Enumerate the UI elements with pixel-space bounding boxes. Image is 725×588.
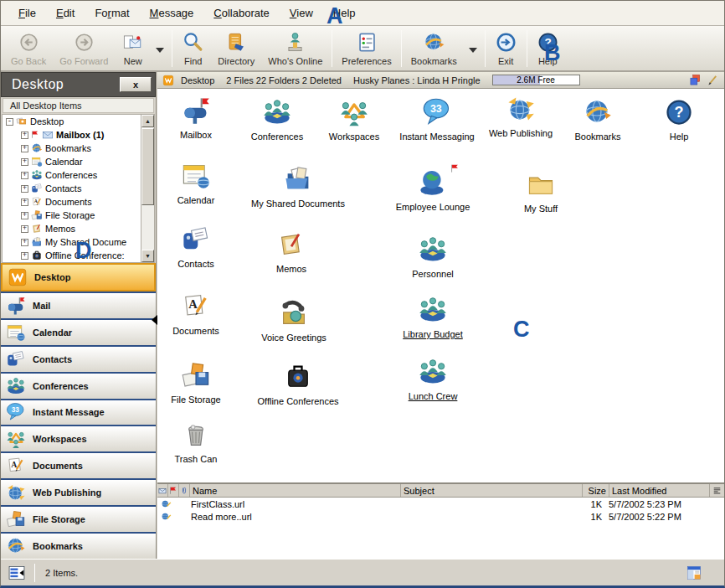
sidebar-item-bookmarks[interactable]: Bookmarks	[1, 532, 156, 559]
dropdown-arrow-icon[interactable]	[464, 28, 482, 70]
tree-item-mailbox-1-[interactable]: +Mailbox (1)	[3, 128, 154, 142]
desktop-icon-employee-lounge[interactable]: Employee Lounge	[384, 168, 481, 212]
exit-button[interactable]: Exit	[488, 28, 524, 70]
desktop-icon-contacts[interactable]: Contacts	[157, 224, 244, 269]
webpub-icon	[506, 94, 536, 124]
sidebar-item-calendar[interactable]: Calendar	[1, 318, 156, 345]
expand-box-icon[interactable]: +	[21, 132, 28, 139]
sidebar-item-file-storage[interactable]: File Storage	[1, 505, 156, 532]
new-button[interactable]: New	[115, 28, 151, 70]
sidebar-item-web-publishing[interactable]: Web Publishing	[1, 478, 156, 505]
column-header-modified[interactable]: Last Modified	[609, 484, 710, 497]
contacts-icon	[6, 349, 26, 369]
desktop-icon-library-budget[interactable]: Library Budget	[384, 295, 481, 339]
desktop-icon-lunch-crew[interactable]: Lunch Crew	[384, 357, 481, 401]
sidebar-item-mail[interactable]: Mail	[1, 291, 156, 318]
expand-box-icon[interactable]: +	[21, 212, 28, 219]
tree-item-contacts[interactable]: +Contacts	[3, 182, 154, 195]
expand-box-icon[interactable]: +	[21, 239, 28, 246]
urlfile-icon	[161, 498, 172, 509]
column-menu-icon[interactable]	[710, 484, 724, 497]
expand-box-icon[interactable]: +	[21, 158, 28, 166]
tree-item-documents[interactable]: +ADocuments	[3, 195, 154, 209]
desktop-icon-help[interactable]: ?Help	[630, 97, 724, 142]
expand-box-icon[interactable]: +	[21, 185, 28, 193]
bookmarks-button[interactable]: Bookmarks	[404, 28, 464, 70]
menu-view[interactable]: View	[280, 3, 322, 23]
envelope-column-icon[interactable]	[157, 484, 168, 497]
scrollbar-thumb[interactable]	[141, 128, 154, 205]
desktop-icon-documents[interactable]: ADocuments	[157, 291, 244, 336]
column-header-size[interactable]: Size	[583, 484, 609, 497]
attachment-column-icon[interactable]	[179, 484, 190, 497]
menu-message[interactable]: Message	[141, 3, 203, 23]
tree-item-file-storage[interactable]: +File Storage	[3, 209, 154, 222]
go-forward-button[interactable]: Go Forward	[53, 28, 115, 70]
tree-item-conferences[interactable]: +Conferences	[3, 168, 154, 182]
mailbox-icon	[6, 296, 26, 316]
preferences-button[interactable]: Preferences	[335, 28, 398, 70]
sidebar-collapse-handle[interactable]	[152, 315, 157, 325]
tree-item-calendar[interactable]: +Calendar	[3, 155, 154, 168]
expand-box-icon[interactable]: +	[21, 225, 28, 233]
file-size: 1K	[575, 499, 602, 509]
collapse-box-icon[interactable]: -	[6, 118, 13, 126]
desktop-icon-calendar[interactable]: Calendar	[157, 161, 244, 205]
desktop-icon-instant-messaging[interactable]: 33Instant Messaging	[388, 97, 486, 142]
expand-box-icon[interactable]: +	[21, 172, 28, 179]
desktop-icon-my-stuff[interactable]: My Stuff	[492, 169, 589, 214]
go-back-button[interactable]: Go Back	[4, 28, 53, 70]
colclip-icon	[180, 487, 188, 495]
content-area: Desktop x All Desktop Items -Desktop+Mai…	[1, 72, 724, 559]
sidebar-item-desktop[interactable]: Desktop	[1, 263, 156, 291]
column-header-subject[interactable]: Subject	[401, 484, 583, 497]
menu-collaborate[interactable]: Collaborate	[204, 3, 279, 23]
expand-box-icon[interactable]: +	[21, 145, 28, 152]
menu-format[interactable]: Format	[85, 3, 138, 23]
desktop-icon-voice-greetings[interactable]: Voice Greetings	[245, 298, 342, 343]
flag-column-icon[interactable]	[168, 484, 179, 497]
flag-icon	[450, 164, 460, 173]
directory-button[interactable]: Directory	[211, 28, 261, 70]
desktop-icon-personnel[interactable]: Personnel	[384, 235, 481, 279]
people-icon	[262, 97, 292, 127]
edit-pencil-icon[interactable]	[707, 74, 719, 86]
tree-item-desktop[interactable]: -Desktop	[3, 115, 154, 128]
scroll-up-button[interactable]: ▲	[141, 115, 154, 127]
tree-item-bookmarks[interactable]: +Bookmarks	[3, 142, 154, 155]
menu-file[interactable]: File	[9, 3, 45, 23]
desktop-icon-file-storage[interactable]: File Storage	[157, 360, 244, 405]
items-count: 2 Items.	[45, 568, 78, 578]
file-row-read-more-url[interactable]: Read more..url1K5/7/2002 5:22 PM	[157, 510, 724, 523]
toolbar-separator	[527, 30, 527, 67]
sidebar-item-documents[interactable]: ADocuments	[1, 451, 156, 478]
sidebar-item-contacts[interactable]: Contacts	[1, 345, 156, 372]
desktop-icon-trash-can[interactable]: Trash Can	[157, 420, 244, 464]
dropdown-arrow-icon[interactable]	[151, 28, 169, 70]
sidebar-item-instant-message[interactable]: 33Instant Message	[1, 399, 156, 426]
expand-box-icon[interactable]: +	[21, 199, 28, 206]
all-desktop-items-bar[interactable]: All Desktop Items	[3, 98, 154, 113]
who-s-online-button[interactable]: Who's Online	[261, 28, 329, 70]
toggle-panel-icon[interactable]	[8, 564, 26, 582]
split-view-icon[interactable]	[686, 565, 702, 581]
menu-edit[interactable]: Edit	[47, 3, 84, 23]
desktop-icon-offline-conferences[interactable]: Offline Conferences	[249, 362, 347, 406]
scroll-down-button[interactable]: ▼	[141, 250, 154, 262]
file-row-firstclass-url[interactable]: FirstClass.url1K5/7/2002 5:23 PM	[157, 498, 724, 510]
tree-item-memos[interactable]: +Memos	[3, 222, 154, 235]
colenv-icon	[158, 487, 167, 495]
panel-close-button[interactable]: x	[120, 77, 152, 92]
file-modified: 5/7/2002 5:22 PM	[602, 512, 724, 522]
sidebar-item-conferences[interactable]: Conferences	[1, 372, 156, 399]
toolbar-button-label: Go Back	[11, 56, 46, 66]
sidebar-item-workspaces[interactable]: Workspaces	[1, 425, 156, 451]
tree-scrollbar[interactable]: ▲ ▼	[141, 115, 154, 262]
find-button[interactable]: Find	[175, 28, 211, 70]
newmsg-icon	[121, 31, 144, 54]
desktop-icon-my-shared-documents[interactable]: My Shared Documents	[249, 164, 347, 209]
view-properties-icon[interactable]	[689, 74, 702, 86]
column-header-name[interactable]: Name	[190, 484, 401, 497]
expand-box-icon[interactable]: +	[21, 252, 28, 260]
desktop-icon-memos[interactable]: Memos	[243, 230, 340, 274]
